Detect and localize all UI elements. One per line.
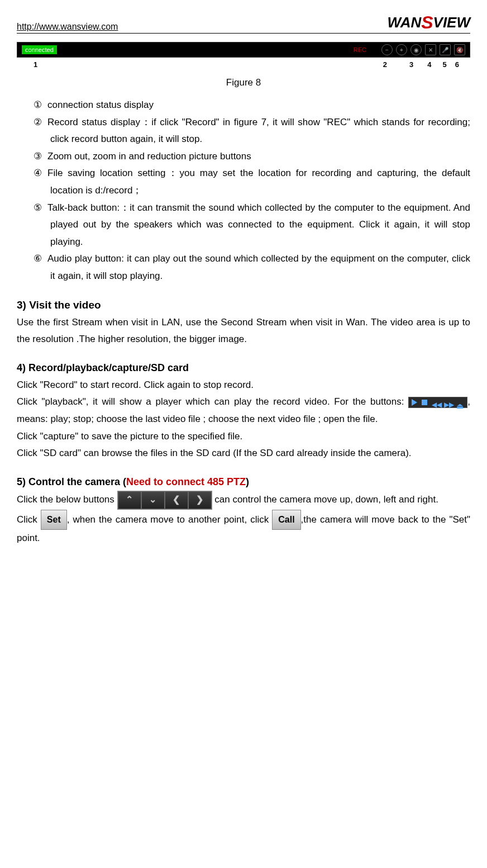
eject-icon: ⏏ (456, 399, 464, 406)
callout-1: 1 (34, 60, 37, 69)
list-item: ⑤Talk-back button:：it can transmit the s… (17, 200, 470, 251)
rec-indicator: REC (354, 46, 366, 53)
call-button[interactable]: Call (272, 510, 300, 530)
callout-5: 5 (443, 60, 447, 69)
list-item: ⑥Audio play button: it can play out the … (17, 250, 470, 284)
list-item: ③Zoom out, zoom in and reduction picture… (17, 148, 470, 165)
list-item: ①connection status display (17, 97, 470, 114)
section-3-body: Use the first Stream when visit in LAN, … (17, 314, 470, 348)
zoom-in-icon[interactable]: + (396, 44, 407, 55)
audio-icon[interactable]: 🔇 (454, 44, 465, 55)
list-item: ④File saving location setting：you may se… (17, 165, 470, 199)
down-button[interactable]: ⌄ (141, 491, 165, 509)
figure-legend-list: ①connection status display ②Record statu… (17, 97, 470, 285)
reduce-icon[interactable]: ◉ (410, 44, 422, 55)
section-4-p2: Click "playback", it will show a player … (17, 393, 470, 428)
section-4-p4: Click "SD card" can browse the files in … (17, 445, 470, 462)
header-url: http://www.wansview.com (17, 22, 118, 32)
talkback-icon[interactable]: 🎤 (440, 44, 451, 55)
section-4-p1: Click "Record" to start record. Click ag… (17, 377, 470, 394)
list-item: ②Record status display：if click "Record"… (17, 114, 470, 148)
stop-icon (422, 400, 427, 405)
figure-caption: Figure 8 (17, 77, 470, 88)
brand-logo: WANSVIEW (388, 11, 470, 32)
next-icon: ▶▶ (444, 399, 452, 406)
toolbar-icons: − + ◉ ✕ 🎤 🔇 (381, 44, 465, 55)
direction-buttons: ⌃ ⌄ ❮ ❯ (117, 491, 212, 510)
left-button[interactable]: ❮ (165, 491, 188, 509)
callout-2: 2 (383, 60, 387, 69)
section-5-p2: Click Set, when the camera move to anoth… (17, 510, 470, 547)
section-4-p3: Click "capture" to save the picture to t… (17, 428, 470, 445)
figure-callouts: 1 2 3 4 5 6 (17, 60, 470, 69)
figure-8: connected REC − + ◉ ✕ 🎤 🔇 1 2 3 4 5 6 Fi… (17, 42, 470, 88)
connected-badge: connected (22, 45, 57, 54)
play-icon (412, 399, 417, 406)
section-4-heading: 4) Record/playback/capture/SD card (17, 362, 470, 374)
callout-4: 4 (427, 60, 431, 69)
up-button[interactable]: ⌃ (118, 491, 141, 509)
zoom-out-icon[interactable]: − (381, 44, 393, 55)
set-button[interactable]: Set (41, 510, 67, 530)
page-header: http://www.wansview.com WANSVIEW (17, 11, 470, 34)
settings-icon[interactable]: ✕ (425, 44, 436, 55)
callout-6: 6 (455, 60, 459, 69)
section-3-heading: 3) Visit the video (17, 299, 470, 311)
prev-icon: ◀◀ (432, 399, 440, 406)
section-5-p1: Click the below buttons ⌃ ⌄ ❮ ❯ can cont… (17, 491, 470, 510)
right-button[interactable]: ❯ (188, 491, 212, 509)
video-toolbar: connected REC − + ◉ ✕ 🎤 🔇 (17, 42, 470, 58)
section-5-heading: 5) Control the camera (Need to connect 4… (17, 476, 470, 488)
callout-3: 3 (409, 60, 413, 69)
player-buttons-icon: ◀◀ ▶▶ ⏏ (408, 397, 467, 408)
